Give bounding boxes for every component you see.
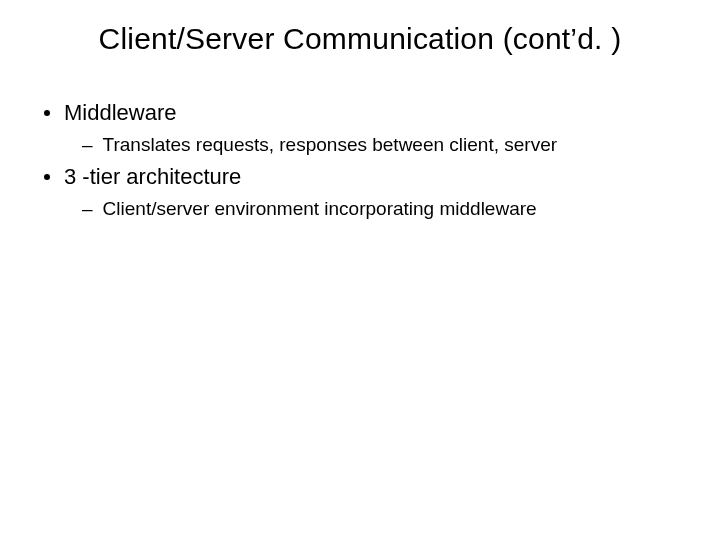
slide: Client/Server Communication (cont’d. ) M…: [0, 0, 720, 540]
list-item-text: Translates requests, responses between c…: [103, 134, 557, 156]
bullet-icon: [44, 174, 50, 180]
slide-content: Middleware – Translates requests, respon…: [40, 100, 680, 220]
list-item-text: Middleware: [64, 100, 177, 126]
list-item-text: Client/server environment incorporating …: [103, 198, 537, 220]
list-item: Middleware: [44, 100, 680, 126]
slide-title: Client/Server Communication (cont’d. ): [40, 22, 680, 56]
list-item: – Translates requests, responses between…: [82, 134, 680, 156]
list-item: – Client/server environment incorporatin…: [82, 198, 680, 220]
bullet-icon: [44, 110, 50, 116]
dash-icon: –: [82, 198, 93, 220]
dash-icon: –: [82, 134, 93, 156]
list-item: 3 -tier architecture: [44, 164, 680, 190]
list-item-text: 3 -tier architecture: [64, 164, 241, 190]
